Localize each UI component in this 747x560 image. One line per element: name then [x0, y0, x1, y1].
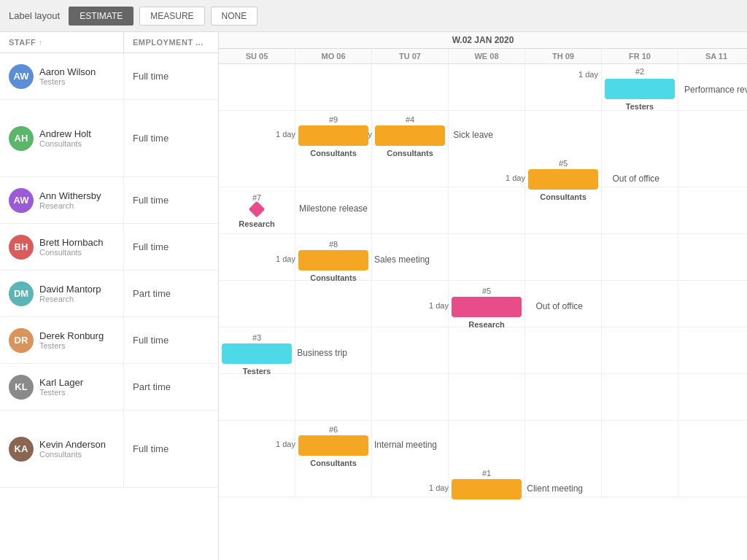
event-number: #2 — [635, 67, 644, 76]
gantt-row-derek: #3 Testers Business trip — [219, 327, 747, 374]
milestone-diamond[interactable] — [249, 201, 266, 218]
staff-name: Andrew Holt — [39, 128, 91, 139]
staff-info: AW Aaron Wilson Testers — [0, 53, 124, 99]
day-cell — [449, 327, 525, 373]
day-cell — [295, 374, 372, 420]
event-duration: 1 day — [269, 440, 295, 448]
day-cell — [449, 374, 525, 420]
event-bar-4[interactable] — [375, 125, 445, 146]
employ-cell: Part time — [124, 364, 218, 410]
gantt-row-andrew: #9 Consultants 1 day Interviews #4 Consu… — [219, 111, 747, 187]
event-number: #5 — [482, 287, 491, 295]
gantt-row-karl — [219, 374, 747, 421]
event-duration: 1 day — [422, 301, 449, 310]
day-cell — [219, 374, 295, 420]
gantt-row-brett: #8 Consultants 1 day Sales meeting — [219, 234, 747, 281]
event-bar-8[interactable] — [298, 250, 368, 271]
avatar: AW — [9, 188, 34, 213]
day-cell — [449, 64, 525, 110]
day-cell — [678, 421, 747, 497]
staff-dept: Testers — [39, 388, 83, 397]
top-bar: Label layout ESTIMATE MEASURE NONE — [0, 0, 747, 32]
day-cell: #2 Testers — [602, 64, 678, 110]
staff-rows: AW Aaron Wilson Testers Full time AH And… — [0, 53, 218, 560]
day-cell: #6 Consultants 1 day Internal meeting — [295, 421, 372, 497]
event-bar-5a[interactable] — [528, 169, 598, 190]
right-panel: W.02 JAN 2020 SU 05 MO 06 TU 07 WE 08 TH… — [219, 32, 747, 560]
event-duration: 1 day — [422, 483, 449, 492]
event-duration: 1 day — [269, 254, 295, 263]
event-duration: 1 day — [499, 174, 525, 182]
day-cell — [678, 234, 747, 280]
day-cell — [525, 374, 602, 420]
gantt-row-david: #5 Research 1 day Out of office — [219, 281, 747, 327]
event-bar-3[interactable] — [222, 343, 292, 364]
day-cell — [678, 374, 747, 420]
staff-name: David Mantorp — [39, 284, 101, 295]
gantt-row-kevin: #6 Consultants 1 day Internal meeting #1… — [219, 421, 747, 497]
day-cell — [678, 111, 747, 187]
event-number: #9 — [329, 115, 338, 124]
event-bar-6[interactable] — [298, 435, 368, 456]
day-cell — [219, 64, 295, 110]
day-cell: #5 Consultants 1 day Out of office — [525, 111, 602, 187]
tab-none[interactable]: NONE — [211, 7, 258, 26]
staff-info: AW Ann Withersby Research — [0, 177, 124, 223]
event-bar-2[interactable] — [605, 79, 675, 99]
staff-info: KL Karl Lager Testers — [0, 364, 124, 410]
staff-name: Brett Hornbach — [39, 237, 103, 248]
day-cell — [219, 111, 295, 187]
tab-measure[interactable]: MEASURE — [139, 7, 204, 26]
day-cell: 1 day — [525, 64, 602, 110]
day-cell — [449, 187, 525, 233]
staff-dept: Consultants — [39, 248, 103, 257]
employ-cell: Full time — [124, 53, 218, 99]
day-cell — [372, 64, 449, 110]
label-layout-text: Label layout — [9, 10, 60, 21]
tab-estimate[interactable]: ESTIMATE — [69, 7, 133, 26]
event-duration: 1 day — [269, 130, 295, 139]
day-header-mo: MO 06 — [295, 49, 372, 63]
day-cell — [602, 234, 678, 280]
staff-row: KA Kevin Anderson Consultants Full time — [0, 411, 218, 488]
event-bar-9[interactable] — [298, 125, 368, 146]
sort-icon[interactable]: ↑ — [39, 39, 43, 47]
avatar: KA — [9, 437, 34, 462]
staff-row: DM David Mantorp Research Part time — [0, 271, 218, 317]
day-cell — [372, 187, 449, 233]
day-cell — [219, 281, 295, 327]
event-duration: 1 day — [578, 70, 598, 79]
day-cell — [295, 327, 372, 373]
col-staff-header: STAFF ↑ — [0, 32, 124, 52]
event-group: Consultants — [310, 149, 357, 158]
day-cell — [295, 281, 372, 327]
staff-dept: Research — [39, 201, 101, 210]
event-bar-5b[interactable] — [452, 297, 522, 317]
day-header-fr: FR 10 — [602, 49, 678, 63]
day-cell: Performance rev — [678, 64, 747, 110]
employ-cell: Part time — [124, 271, 218, 316]
day-header-sa: SA 11 — [678, 49, 747, 63]
day-cell — [602, 327, 678, 373]
event-group: Consultants — [387, 149, 433, 158]
days-header: SU 05 MO 06 TU 07 WE 08 TH 09 FR 10 SA 1… — [219, 49, 747, 64]
day-cell — [449, 234, 525, 280]
avatar: DM — [9, 281, 34, 306]
event-group: Consultants — [310, 459, 357, 467]
staff-info: DR Derek Ronburg Testers — [0, 317, 124, 363]
staff-row: AW Ann Withersby Research Full time — [0, 177, 218, 224]
day-cell — [602, 111, 678, 187]
employ-cell: Full time — [124, 100, 218, 176]
day-cell — [602, 374, 678, 420]
employ-cell: Full time — [124, 317, 218, 363]
week-header: W.02 JAN 2020 — [219, 32, 747, 49]
day-cell: #7 Research 0 days Milestone release — [219, 187, 295, 233]
day-cell — [295, 64, 372, 110]
employ-cell: Full time — [124, 177, 218, 223]
gantt-row-ann: #7 Research 0 days Milestone release — [219, 187, 747, 234]
col-employ-header: EMPLOYMENT ... — [124, 32, 218, 52]
day-cell — [602, 187, 678, 233]
event-bar-1[interactable] — [452, 479, 522, 499]
gantt-rows: 1 day #2 Testers Performance rev — [219, 64, 747, 560]
event-number: #8 — [329, 240, 338, 249]
